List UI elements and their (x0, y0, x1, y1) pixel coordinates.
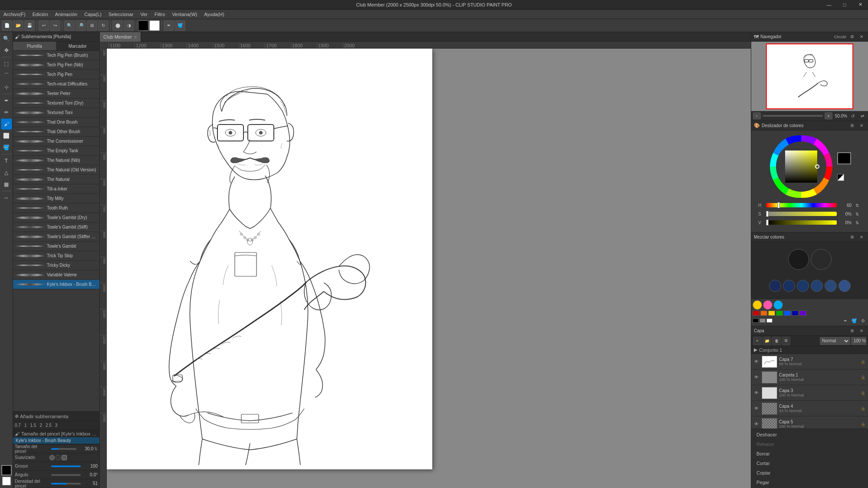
density-slider[interactable] (51, 483, 81, 485)
bg-color-swatch[interactable] (2, 477, 11, 485)
size-2.5[interactable]: 2.5 (46, 423, 52, 428)
layer-close-btn[interactable]: ✕ (858, 327, 865, 335)
group-expand-icon[interactable]: ▶ (754, 347, 757, 353)
layer-list[interactable]: 👁Capa 760 % Normal🔒👁Carpeta 1100 % Norma… (751, 354, 868, 429)
undo-button[interactable]: ↩ (39, 20, 49, 31)
layer-settings-btn[interactable]: ⚙ (848, 327, 856, 335)
brush-item-9[interactable]: The Commissioner (13, 137, 99, 146)
swatch-red[interactable] (753, 311, 760, 316)
menu-capa[interactable]: Capa(L) (81, 11, 105, 18)
color-wheel-wrapper[interactable] (769, 134, 834, 199)
canvas-viewport[interactable] (107, 49, 751, 488)
swatch-pink[interactable] (763, 300, 773, 310)
brush-size-btn[interactable]: ⬤ (112, 20, 123, 31)
lasso-tool-btn[interactable]: ⌒ (1, 70, 12, 81)
gradient-tool-btn[interactable]: ▦ (1, 179, 12, 190)
layer-row-0[interactable]: 👁Capa 760 % Normal🔒 (751, 354, 868, 370)
duplicate-layer-btn[interactable]: ⧉ (782, 337, 790, 345)
menu-archivo[interactable]: Archivo(F) (0, 11, 29, 18)
menu-seleccionar[interactable]: Seleccionar (105, 11, 137, 18)
layer-row-4[interactable]: 👁Capa 5100 % Normal🔒 (751, 416, 868, 429)
menu-animacion[interactable]: Animación (52, 11, 81, 18)
h-thumb[interactable] (777, 202, 780, 208)
brush-item-1[interactable]: Tech Pig Pen (Nib) (13, 60, 99, 70)
size-3[interactable]: 3 (55, 423, 58, 428)
zoom-in-button[interactable]: 🔍 (64, 20, 75, 31)
mix-palette[interactable] (751, 242, 868, 298)
zoom-tool-btn[interactable]: 🔍 (1, 33, 12, 44)
canvas-tab-main[interactable]: Club Member ✕ (100, 32, 141, 42)
swatch-orange[interactable] (760, 311, 767, 316)
color-close-btn[interactable]: ✕ (858, 122, 865, 130)
new-button[interactable]: 📄 (2, 20, 12, 31)
smoothing-icon[interactable] (49, 455, 55, 460)
shape-tool-btn[interactable]: △ (1, 167, 12, 178)
fill-palette-btn[interactable]: 🪣 (850, 317, 858, 324)
fit-button[interactable]: ⊞ (87, 20, 97, 31)
brush-item-16[interactable]: Tooth Ruth (13, 203, 99, 213)
redo-button[interactable]: ↪ (50, 20, 60, 31)
swatch-purple[interactable] (799, 311, 806, 316)
tab-marcador[interactable]: Marcador (56, 42, 100, 50)
tab-plumilla[interactable]: Plumilla (13, 42, 56, 50)
brush-item-13[interactable]: The Natural (13, 175, 99, 184)
text-tool-btn[interactable]: T (1, 155, 12, 167)
s-arrows[interactable]: ⇅ (853, 210, 861, 218)
color-bg-btn[interactable] (149, 20, 160, 31)
blend-mode-select[interactable]: Normal Multiply Screen (820, 337, 850, 345)
smoothing-icon2[interactable] (56, 455, 61, 460)
maximize-button[interactable]: □ (837, 0, 852, 9)
layer-move-btn[interactable]: ↔ (1, 192, 12, 203)
canvas-tab-close[interactable]: ✕ (134, 35, 137, 39)
menu-ventana[interactable]: Ventana(W) (168, 11, 201, 18)
layer-vis-1[interactable]: 👁 (753, 374, 760, 381)
eyedropper-tool-btn[interactable]: ✒ (1, 95, 12, 106)
rotate-nav-btn[interactable]: ↺ (849, 112, 857, 120)
layer-lock-4[interactable]: 🔒 (859, 421, 866, 428)
menu-ayuda[interactable]: Ayuda(H) (201, 11, 227, 18)
v-thumb[interactable] (766, 219, 769, 226)
save-button[interactable]: 💾 (24, 20, 35, 31)
ctx-action-copiar[interactable]: Copiar (751, 468, 868, 478)
size-2[interactable]: 2 (39, 423, 42, 428)
brush-list[interactable]: Tech Pig Pen (Brush)Tech Pig Pen (Nib)Te… (13, 51, 99, 411)
brush-size-slider[interactable] (51, 448, 76, 450)
brush-item-0[interactable]: Tech Pig Pen (Brush) (13, 51, 99, 60)
brush-item-6[interactable]: Textured Toni (13, 108, 99, 118)
zoom-out-button[interactable]: 🔎 (76, 20, 86, 31)
h-slider[interactable] (766, 203, 837, 207)
navigator-settings-btn[interactable]: ⚙ (848, 33, 856, 41)
size-1[interactable]: 1 (24, 423, 27, 428)
new-folder-btn[interactable]: 📁 (763, 337, 771, 345)
move-tool-btn[interactable]: ✥ (1, 45, 12, 56)
swatch-navy-3[interactable] (797, 280, 809, 292)
swatch-navy-1[interactable] (769, 280, 781, 292)
flip-nav-btn[interactable]: ⇌ (858, 112, 866, 120)
layer-lock-2[interactable]: 🔒 (859, 390, 866, 396)
brush-item-11[interactable]: The Natural (Nib) (13, 156, 99, 165)
swatch-black-2[interactable] (811, 249, 832, 270)
open-button[interactable]: 📂 (13, 20, 23, 31)
h-arrows[interactable]: ⇅ (853, 201, 861, 209)
menu-ver[interactable]: Ver (137, 11, 151, 18)
ctx-action-pegar[interactable]: Pegar (751, 478, 868, 487)
smoothing-icon3[interactable] (62, 455, 67, 460)
minimize-button[interactable]: — (821, 0, 837, 9)
delete-layer-btn[interactable]: 🗑 (772, 337, 781, 345)
navigator-preview[interactable] (751, 42, 868, 111)
rotate-button[interactable]: ↻ (98, 20, 108, 31)
eyedropper-tb-btn[interactable]: ✒ (164, 20, 174, 31)
brush-item-23[interactable]: Variable Valene (13, 270, 99, 280)
ctx-action-cortar[interactable]: Cortar (751, 459, 868, 468)
swatch-navy-6[interactable] (838, 280, 851, 292)
layer-vis-0[interactable]: 👁 (753, 358, 760, 365)
pen-tool-btn[interactable]: ✏ (1, 107, 12, 118)
mix-close-btn[interactable]: ✕ (858, 233, 865, 241)
swatch-darkblue[interactable] (792, 311, 799, 316)
brush-item-8[interactable]: That Other Brush (13, 127, 99, 137)
mix-settings-btn[interactable]: ⚙ (848, 233, 856, 241)
brush-item-21[interactable]: Trick Tip Skip (13, 251, 99, 261)
brush-item-2[interactable]: Tech Pig Pen (13, 70, 99, 79)
swatch-black[interactable] (753, 318, 759, 323)
thickness-slider[interactable] (51, 465, 81, 467)
